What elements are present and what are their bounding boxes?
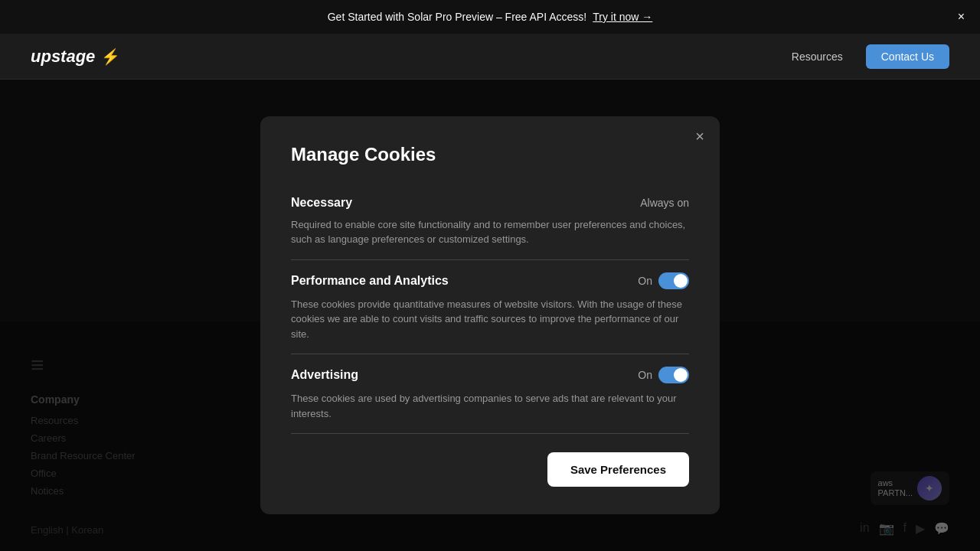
- analytics-section: Performance and Analytics On These cooki…: [291, 260, 689, 355]
- modal-title: Manage Cookies: [291, 144, 689, 165]
- advertising-section: Advertising On These cookies are used by…: [291, 354, 689, 434]
- advertising-header: Advertising On: [291, 367, 689, 383]
- banner-message: Get Started with Solar Pro Preview – Fre…: [328, 11, 586, 23]
- necessary-section: Necessary Always on Required to enable c…: [291, 184, 689, 260]
- modal-footer: Save Preferences: [291, 452, 689, 487]
- advertising-name: Advertising: [291, 368, 358, 382]
- analytics-name: Performance and Analytics: [291, 274, 449, 288]
- necessary-header: Necessary Always on: [291, 196, 689, 210]
- advertising-toggle-label: On: [638, 369, 652, 381]
- banner-cta[interactable]: Try it now →: [593, 11, 652, 23]
- logo: upstage ⚡: [31, 47, 120, 67]
- modal-close-button[interactable]: ×: [695, 129, 704, 144]
- necessary-name: Necessary: [291, 196, 352, 210]
- top-banner: Get Started with Solar Pro Preview – Fre…: [0, 0, 980, 34]
- necessary-status: Always on: [640, 197, 689, 209]
- analytics-description: These cookies provide quantitative measu…: [291, 297, 689, 342]
- nav-resources[interactable]: Resources: [792, 51, 843, 63]
- advertising-description: These cookies are used by advertising co…: [291, 391, 689, 421]
- analytics-header: Performance and Analytics On: [291, 272, 689, 289]
- manage-cookies-modal: × Manage Cookies Necessary Always on Req…: [260, 116, 720, 515]
- logo-icon: ⚡: [101, 47, 120, 66]
- analytics-toggle-label: On: [638, 275, 652, 287]
- analytics-toggle-wrapper: On: [638, 272, 689, 289]
- logo-text: upstage: [31, 47, 95, 67]
- header-nav: Resources Contact Us: [792, 44, 949, 69]
- header: upstage ⚡ Resources Contact Us: [0, 34, 980, 80]
- save-preferences-button[interactable]: Save Preferences: [547, 452, 689, 487]
- necessary-description: Required to enable core site functionali…: [291, 217, 689, 247]
- modal-overlay: × Manage Cookies Necessary Always on Req…: [0, 80, 980, 551]
- advertising-toggle[interactable]: [658, 367, 689, 383]
- contact-button[interactable]: Contact Us: [866, 44, 949, 69]
- banner-close[interactable]: ×: [958, 10, 965, 24]
- background-content: ≡ Company Resources Careers Brand Resour…: [0, 80, 980, 551]
- advertising-toggle-wrapper: On: [638, 367, 689, 383]
- analytics-toggle[interactable]: [658, 272, 689, 289]
